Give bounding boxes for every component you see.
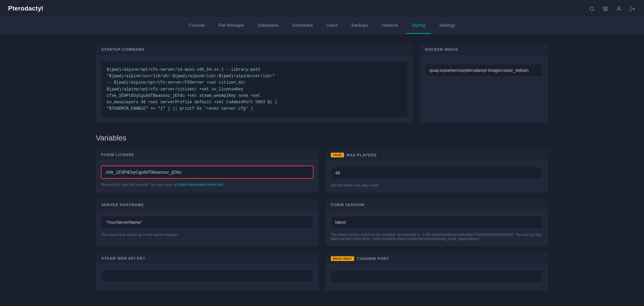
var-card-steam-api-key: STEAM WEB API KEY — [96, 253, 319, 291]
var-body-server-hostname: The name that shows up in the server bro… — [96, 211, 319, 242]
fivem-keymaster-link[interactable]: https://keymaster.fivem.net/ — [178, 182, 223, 187]
nav-icons — [588, 5, 636, 12]
top-nav: Pterodactyl — [0, 0, 644, 18]
docker-image-input[interactable] — [425, 64, 543, 76]
var-header-steam-api-key: STEAM WEB API KEY — [96, 253, 319, 264]
sub-nav: Console File Manager Databases Schedules… — [0, 18, 644, 34]
svg-point-2 — [618, 7, 620, 8]
docker-image-header: DOCKER IMAGE — [420, 43, 548, 56]
app-logo: Pterodactyl — [8, 5, 43, 12]
var-body-txadmin-port — [325, 265, 548, 291]
fivem-license-input[interactable] — [101, 166, 313, 178]
user-icon[interactable] — [616, 5, 622, 12]
subnav-network[interactable]: Network — [377, 18, 404, 34]
var-header-txadmin-port: READ ONLY TXADMIN PORT — [325, 253, 548, 265]
var-card-server-hostname: SERVER HOSTNAME The name that shows up i… — [96, 199, 319, 246]
var-card-fivem-license: FIVEM LICENSE Required to start the serv… — [96, 149, 319, 193]
subnav-schedules[interactable]: Schedules — [287, 18, 318, 34]
svg-point-0 — [590, 7, 594, 10]
search-icon[interactable] — [588, 5, 595, 12]
fivem-license-hint: Required to start the service. Get your … — [101, 182, 313, 187]
fivem-version-input[interactable] — [331, 216, 543, 228]
var-body-fivem-license: Required to start the service. Get your … — [96, 160, 319, 192]
max-players-input[interactable] — [331, 167, 543, 179]
server-hostname-hint: The name that shows up in the server bro… — [101, 233, 313, 237]
startup-command-body: $(pwd)/alpine/opt/cfx-server/ld-musl-x86… — [96, 56, 413, 123]
var-header-server-hostname: SERVER HOSTNAME — [96, 199, 319, 211]
var-header-fivem-version: FIVEM VERSION — [325, 199, 548, 211]
var-body-steam-api-key — [96, 264, 319, 290]
server-hostname-input[interactable] — [101, 216, 313, 228]
logout-icon[interactable] — [629, 5, 636, 12]
subnav-databases[interactable]: Databases — [252, 18, 284, 34]
top-section: STARTUP COMMAND $(pwd)/alpine/opt/cfx-se… — [96, 43, 548, 123]
svg-marker-1 — [603, 6, 607, 9]
subnav-backups[interactable]: Backups — [346, 18, 374, 34]
docker-image-card: DOCKER IMAGE — [420, 43, 548, 123]
var-card-max-players: true MAX PLAYERS Set the fivem max play … — [325, 149, 548, 193]
readonly-badge-max-players: true — [331, 153, 344, 157]
docker-image-body — [420, 56, 548, 82]
subnav-startup[interactable]: Startup — [406, 18, 431, 34]
subnav-users[interactable]: Users — [321, 18, 343, 34]
variables-grid: FIVEM LICENSE Required to start the serv… — [96, 149, 548, 291]
max-players-hint: Set the fivem max play count — [331, 183, 543, 187]
var-card-txadmin-port: READ ONLY TXADMIN PORT — [325, 253, 548, 291]
startup-command-card: STARTUP COMMAND $(pwd)/alpine/opt/cfx-se… — [96, 43, 413, 123]
var-header-max-players: true MAX PLAYERS — [325, 149, 548, 161]
subnav-console[interactable]: Console — [184, 18, 211, 34]
variables-title: Variables — [96, 134, 548, 143]
subnav-settings[interactable]: Settings — [434, 18, 460, 34]
readonly-badge-txadmin-port: READ ONLY — [331, 256, 354, 261]
startup-command-code: $(pwd)/alpine/opt/cfx-server/ld-musl-x86… — [101, 61, 407, 117]
subnav-file-manager[interactable]: File Manager — [213, 18, 250, 34]
var-card-fivem-version: FIVEM VERSION The fivem version that is … — [325, 199, 548, 246]
var-body-fivem-version: The fivem version that is to be installe… — [325, 211, 548, 246]
txadmin-port-input[interactable] — [331, 270, 543, 283]
var-header-fivem-license: FIVEM LICENSE — [96, 149, 319, 160]
fivem-version-hint: The fivem version that is to be installe… — [331, 233, 543, 241]
steam-api-key-input[interactable] — [101, 269, 313, 282]
layers-icon[interactable] — [602, 5, 609, 12]
main-content: STARTUP COMMAND $(pwd)/alpine/opt/cfx-se… — [85, 34, 559, 300]
var-body-max-players: Set the fivem max play count — [325, 161, 548, 193]
startup-command-header: STARTUP COMMAND — [96, 43, 413, 56]
